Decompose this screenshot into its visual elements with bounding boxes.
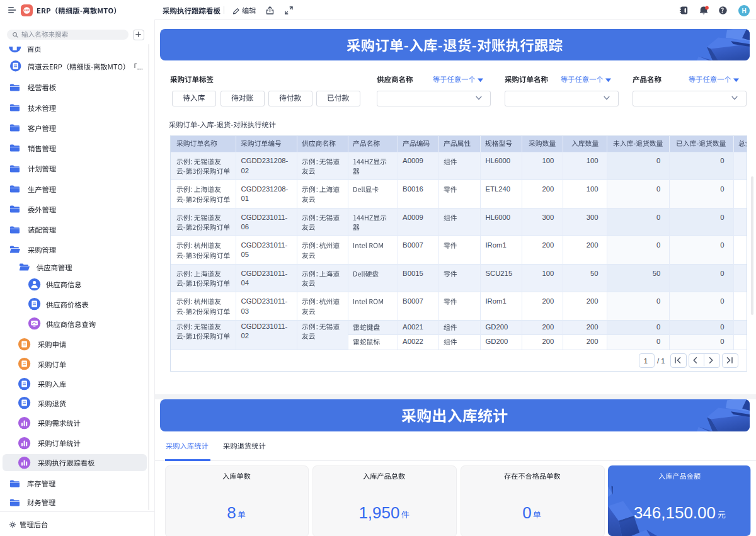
svg-text:ERP: ERP	[24, 9, 30, 12]
svg-text:H: H	[742, 8, 746, 14]
